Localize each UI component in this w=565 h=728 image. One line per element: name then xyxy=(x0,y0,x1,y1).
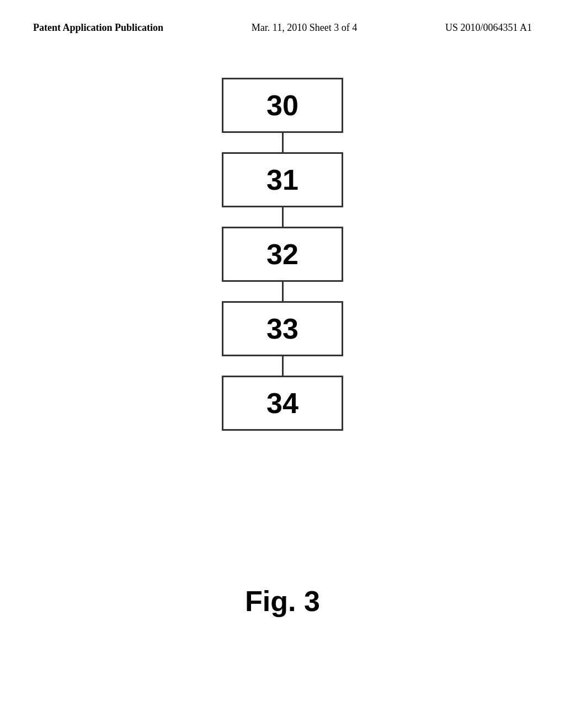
patent-number: US 2010/0064351 A1 xyxy=(445,22,532,34)
figure-label: Fig. 3 xyxy=(245,585,320,618)
block-32-label: 32 xyxy=(266,238,299,271)
connector-33-34 xyxy=(282,356,284,376)
flow-block-34: 34 xyxy=(222,376,343,431)
flow-block-33: 33 xyxy=(222,301,343,356)
flow-block-31: 31 xyxy=(222,152,343,207)
flowchart-diagram: 30 31 32 33 34 xyxy=(0,78,565,431)
sheet-info: Mar. 11, 2010 Sheet 3 of 4 xyxy=(252,22,357,34)
connector-32-33 xyxy=(282,282,284,301)
flow-block-32: 32 xyxy=(222,227,343,282)
flow-block-30: 30 xyxy=(222,78,343,133)
page-header: Patent Application Publication Mar. 11, … xyxy=(0,0,565,34)
block-33-label: 33 xyxy=(266,312,299,345)
publication-label: Patent Application Publication xyxy=(33,22,163,34)
block-34-label: 34 xyxy=(266,387,299,420)
block-30-label: 30 xyxy=(266,89,299,122)
block-31-label: 31 xyxy=(266,163,299,196)
connector-31-32 xyxy=(282,207,284,227)
connector-30-31 xyxy=(282,133,284,152)
